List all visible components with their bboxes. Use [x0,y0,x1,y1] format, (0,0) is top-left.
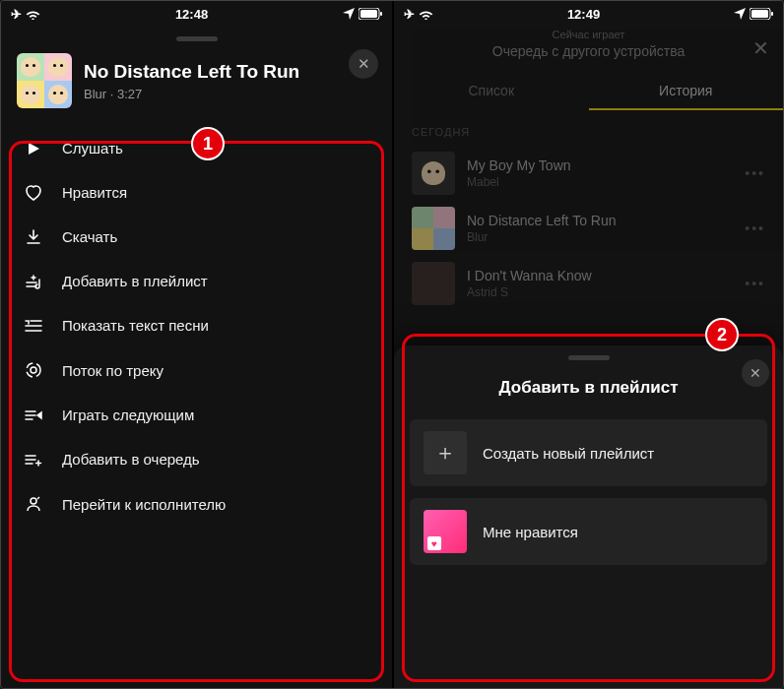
section-today: СЕГОДНЯ [394,110,783,146]
status-time: 12:49 [567,7,600,22]
queue-add-icon [23,453,44,467]
track-header: No Distance Left To Run Blur · 3:27 ✕ [1,49,392,122]
lyrics-icon [23,319,44,333]
screen-track-menu: ✈ 12:48 No Distance Left To Run Blur · 3… [1,1,392,689]
airplane-icon: ✈ [11,7,22,22]
svg-rect-2 [380,12,382,16]
tabs: Список История [394,65,783,110]
queue-row[interactable]: No Distance Left To RunBlur ••• [394,201,783,256]
menu-add-playlist[interactable]: Добавить в плейлист [1,259,392,303]
queue-title: My Boy My Town [467,157,571,173]
menu-radio[interactable]: Поток по треку [1,347,392,393]
queue-title: I Don't Wanna Know [467,268,592,283]
drag-handle[interactable] [176,36,218,41]
album-art [412,207,455,250]
queue-row[interactable]: My Boy My TownMabel ••• [394,146,783,201]
queue-artist: Astrid S [467,285,592,299]
more-icon[interactable]: ••• [745,165,765,181]
menu-play-next[interactable]: Играть следующим [1,393,392,437]
playlist-liked[interactable]: Мне нравится [410,498,767,565]
airplane-icon: ✈ [404,7,415,22]
playlist-label: Создать новый плейлист [483,445,654,462]
tab-history[interactable]: История [589,75,784,110]
svg-rect-7 [751,10,768,18]
menu-label: Поток по треку [62,362,163,379]
create-playlist-button[interactable]: ＋ Создать новый плейлист [410,419,767,486]
status-time: 12:48 [175,7,208,22]
plus-icon: ＋ [424,431,467,474]
sheet-title: Добавить в плейлист [394,378,783,398]
liked-playlist-icon [424,510,467,553]
track-title: No Distance Left To Run [84,61,299,83]
add-playlist-sheet: ✕ Добавить в плейлист ＋ Создать новый пл… [394,345,783,689]
menu-label: Показать текст песни [62,317,209,334]
radio-icon [23,361,44,379]
album-art [17,53,72,108]
heart-icon [23,185,44,201]
nowplaying-header: Сейчас играет Очередь с другого устройст… [394,27,783,65]
menu-label: Играть следующим [62,407,194,423]
menu-label: Добавить в плейлист [62,273,208,289]
menu-download[interactable]: Скачать [1,215,392,259]
svg-rect-8 [771,12,773,16]
svg-point-5 [31,498,36,504]
queue-title: No Distance Left To Run [467,213,617,228]
menu-like[interactable]: Нравится [1,170,392,215]
close-icon[interactable]: ✕ [752,36,769,60]
more-icon[interactable]: ••• [745,276,765,291]
album-art [412,262,455,305]
drag-handle[interactable] [568,355,610,360]
menu-label: Добавить в очередь [62,451,200,468]
nowplaying-title: Очередь с другого устройства [394,43,783,59]
menu-label: Скачать [62,228,117,245]
status-bar: ✈ 12:48 [1,1,392,27]
menu-goto-artist[interactable]: Перейти к исполнителю [1,481,392,527]
download-icon [23,229,44,245]
location-icon [734,8,746,20]
context-menu: Слушать Нравится Скачать Добавить в плей… [1,122,392,531]
svg-rect-1 [360,10,377,18]
artist-icon [23,495,44,513]
queue-artist: Mabel [467,175,571,189]
play-next-icon [23,408,44,422]
menu-lyrics[interactable]: Показать текст песни [1,303,392,347]
playlist-label: Мне нравится [483,524,578,540]
menu-add-queue[interactable]: Добавить в очередь [1,437,392,481]
screen-add-playlist: ✈ 12:49 Сейчас играет Очередь с другого … [392,1,783,689]
battery-icon [750,8,773,20]
annotation-badge-1: 1 [191,127,225,160]
svg-point-4 [27,363,40,377]
play-icon [23,142,44,156]
menu-label: Перейти к исполнителю [62,496,226,513]
menu-label: Нравится [62,184,127,201]
annotation-badge-2: 2 [705,318,739,351]
nowplaying-sub: Сейчас играет [394,29,783,40]
menu-label: Слушать [62,140,123,157]
album-art [412,152,455,195]
queue-row[interactable]: I Don't Wanna KnowAstrid S ••• [394,256,783,311]
close-button[interactable]: ✕ [349,49,378,79]
close-button[interactable]: ✕ [742,359,769,387]
queue-artist: Blur [467,230,617,244]
tab-list[interactable]: Список [394,75,589,110]
more-icon[interactable]: ••• [745,220,765,236]
svg-point-3 [31,367,36,373]
wifi-icon [26,9,40,20]
status-bar: ✈ 12:49 [394,1,783,27]
playlist-add-icon [23,274,44,289]
location-icon [343,8,355,20]
track-subtitle: Blur · 3:27 [84,87,299,101]
battery-icon [359,8,382,20]
wifi-icon [419,9,433,20]
